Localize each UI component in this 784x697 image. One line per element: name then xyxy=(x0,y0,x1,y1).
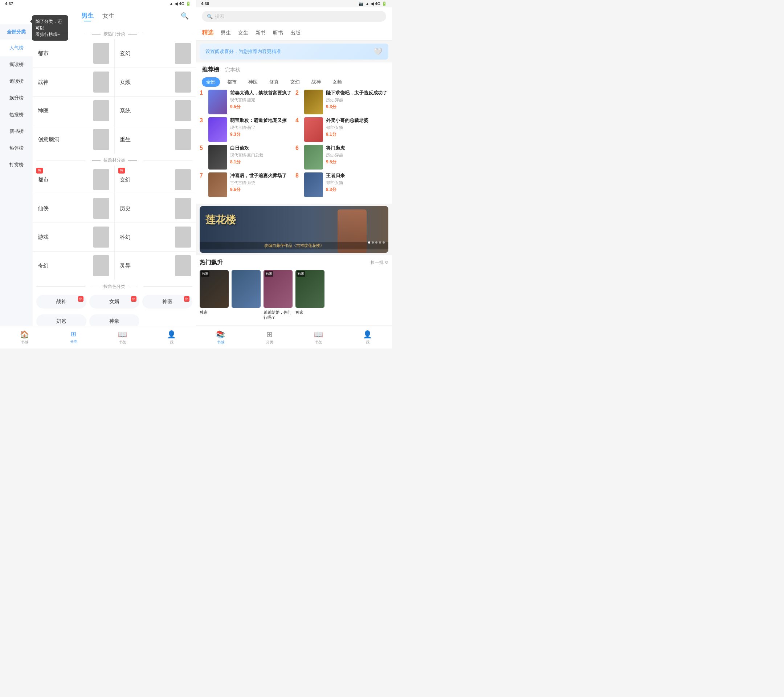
filter-all[interactable]: 全部 xyxy=(202,77,220,87)
sidebar-item-renqi[interactable]: 人气榜 xyxy=(0,40,33,56)
theme-horror[interactable]: 灵异 xyxy=(115,252,196,280)
rank-8-cover xyxy=(304,173,323,197)
theme-game[interactable]: 游戏 xyxy=(33,223,114,251)
rank-6-score: 9.5分 xyxy=(326,159,389,165)
rank-item-5[interactable]: 5 白日偷欢 现代言情·豪门总裁 8.1分 xyxy=(199,145,293,170)
theme-xianxia[interactable]: 仙侠 xyxy=(33,194,114,222)
cat-urban[interactable]: 都市 xyxy=(33,39,114,68)
left-body: 全部分类 除了分类，还可以看排行榜哦~ 人气榜 疯读榜 追读榜 飙升榜 热搜榜 … xyxy=(0,24,196,326)
hot-book-3-title: 弟弟结婚，你们行吗？ xyxy=(264,310,293,320)
hot-book-2[interactable] xyxy=(232,270,260,320)
tab-male[interactable]: 男生 xyxy=(81,12,94,20)
cat-xitong-thumb xyxy=(175,100,191,121)
char-shenyi[interactable]: 热 神医 xyxy=(142,295,193,308)
cat-chongsheng-thumb xyxy=(175,129,191,150)
tab-female[interactable]: 女生 xyxy=(238,29,248,37)
theme-xuan[interactable]: 热 玄幻 xyxy=(115,166,196,194)
rank-item-4[interactable]: 4 外卖小哥的总裁老婆 都市·女频 9.1分 xyxy=(295,117,389,142)
promo-banner[interactable]: 莲花楼 改编自藤萍作品《吉祥纹莲花楼》 xyxy=(199,206,389,253)
cat-xitong[interactable]: 系统 xyxy=(115,97,196,125)
left-header: 男生 女生 🔍 xyxy=(0,7,196,24)
theme-urban[interactable]: 热 都市 xyxy=(33,166,114,194)
hot-book-1[interactable]: 独家 独家 xyxy=(199,270,229,320)
rank-4-info: 外卖小哥的总裁老婆 都市·女频 9.1分 xyxy=(326,117,389,138)
sidebar-item-biaosheng[interactable]: 飙升榜 xyxy=(0,90,33,106)
left-nav-shujia[interactable]: 📖 书架 xyxy=(98,328,147,346)
left-nav-fenlei[interactable]: ⊞ 分类 xyxy=(49,328,98,346)
rank-7-cover xyxy=(208,173,227,197)
right-nav-fenlei[interactable]: ⊞ 分类 xyxy=(245,328,294,346)
right-status-icons: 📷 ▲ ◀ 4G 🔋 xyxy=(359,2,387,6)
tab-newbook[interactable]: 新书 xyxy=(255,29,266,37)
filter-shenyi[interactable]: 神医 xyxy=(244,77,262,87)
rank-3-cover xyxy=(208,117,227,142)
sidebar-item-resou[interactable]: 热搜榜 xyxy=(0,106,33,123)
rank-item-7[interactable]: 7 冲喜后，世子追妻火葬场了 古代言情·系统 9.6分 xyxy=(199,173,293,197)
right-tabs: 精选 男生 女生 新书 听书 出版 xyxy=(196,25,392,41)
right-nav-shujia[interactable]: 📖 书架 xyxy=(294,328,343,346)
rank-7-meta: 古代言情·系统 xyxy=(230,180,293,186)
sidebar-item-dashang[interactable]: 打赏榜 xyxy=(0,157,33,173)
sidebar-item-repingP[interactable]: 热评榜 xyxy=(0,140,33,157)
cat-urban-thumb xyxy=(93,43,109,64)
filter-xuan[interactable]: 玄幻 xyxy=(286,77,304,87)
char-shenhao[interactable]: 神豪 xyxy=(89,315,139,326)
filter-xiuzhen[interactable]: 修真 xyxy=(265,77,283,87)
left-nav-me[interactable]: 👤 我 xyxy=(147,328,196,346)
cat-zhanshen[interactable]: 战神 xyxy=(33,68,114,96)
cat-shenyi[interactable]: 神医 xyxy=(33,97,114,125)
rank-item-1[interactable]: 1 前妻太诱人，禁欲首富要疯了 现代言情·甜宠 9.5分 xyxy=(199,90,293,114)
sidebar-item-fendu[interactable]: 疯读榜 xyxy=(0,56,33,73)
right-nav-shucheng[interactable]: 📚 书城 xyxy=(196,328,245,346)
left-nav-fenlei-label: 分类 xyxy=(70,339,77,344)
sidebar-item-zhuidu[interactable]: 追读榜 xyxy=(0,73,33,90)
right-nav-shelf-icon: 📖 xyxy=(314,330,323,339)
tab-publish[interactable]: 出版 xyxy=(290,29,301,37)
left-nav-shucheng[interactable]: 🏠 书城 xyxy=(0,328,49,346)
left-status-bar: 4:37 ▲ ◀ 4G 🔋 xyxy=(0,0,196,7)
pref-heart-icon: 🤍 xyxy=(374,47,382,56)
cat-xuan[interactable]: 玄幻 xyxy=(115,39,196,68)
char-nüxu[interactable]: 热 女婿 xyxy=(89,295,139,308)
cat-nvpin[interactable]: 女频 xyxy=(115,68,196,96)
rank-item-2[interactable]: 2 陛下求饶吧，太子造反成功了 历史·穿越 9.3分 xyxy=(295,90,389,114)
rank-2-score: 9.3分 xyxy=(326,104,389,110)
tab-female[interactable]: 女生 xyxy=(102,12,115,20)
theme-game-thumb xyxy=(93,227,109,247)
theme-category-grid: 热 都市 热 玄幻 仙侠 历史 xyxy=(33,166,196,280)
filter-zhanshen[interactable]: 战神 xyxy=(307,77,325,87)
theme-history[interactable]: 历史 xyxy=(115,194,196,222)
rank-item-3[interactable]: 3 萌宝助攻：霸道爹地宠又撩 现代言情·萌宝 9.3分 xyxy=(199,117,293,142)
tab-audio[interactable]: 听书 xyxy=(273,29,283,37)
sidebar-all[interactable]: 全部分类 xyxy=(0,24,33,40)
sidebar-tooltip: 除了分类，还可以看排行榜哦~ xyxy=(32,24,33,41)
ranking-row-1: 1 前妻太诱人，禁欲首富要疯了 现代言情·甜宠 9.5分 2 xyxy=(199,90,389,114)
rank-item-6[interactable]: 6 将门枭虎 历史·穿越 9.5分 xyxy=(295,145,389,170)
right-nav-me[interactable]: 👤 我 xyxy=(343,328,392,346)
sidebar-item-xinshu[interactable]: 新书榜 xyxy=(0,123,33,140)
hot-book-3[interactable]: 独家 弟弟结婚，你们行吗？ xyxy=(264,270,293,320)
theme-scifi[interactable]: 科幻 xyxy=(115,223,196,251)
filter-nvpin[interactable]: 女频 xyxy=(328,77,346,87)
cat-nvpin-thumb xyxy=(175,71,191,92)
hot-book-4[interactable]: 独家 独家 xyxy=(295,270,324,320)
pref-banner[interactable]: 设置阅读喜好，为您推荐内容更精准 🤍 xyxy=(199,44,389,59)
ranking-subtitle[interactable]: 完本榜 xyxy=(225,67,240,73)
char-row-2: 奶爸 神豪 xyxy=(33,311,196,326)
exclusive-badge-4: 独家 xyxy=(296,271,305,277)
search-icon[interactable]: 🔍 xyxy=(181,12,189,20)
char-naiba[interactable]: 奶爸 xyxy=(36,315,86,326)
filter-urban[interactable]: 都市 xyxy=(223,77,241,87)
hot-book-1-cover: 独家 xyxy=(199,270,229,308)
search-bar[interactable]: 🔍 搜索 xyxy=(202,11,386,22)
tab-jingxuan[interactable]: 精选 xyxy=(202,28,213,37)
tab-male[interactable]: 男生 xyxy=(221,29,231,37)
cat-chuangyi[interactable]: 创意脑洞 xyxy=(33,125,114,153)
hot-rising-more[interactable]: 换一批 ↻ xyxy=(371,260,389,266)
theme-xuan-hot-badge: 热 xyxy=(118,168,125,173)
theme-fantasy[interactable]: 奇幻 xyxy=(33,252,114,280)
cat-chongsheng[interactable]: 重生 xyxy=(115,125,196,153)
theme-xianxia-thumb xyxy=(93,198,109,219)
char-zhanshen[interactable]: 热 战神 xyxy=(36,295,86,308)
rank-item-8[interactable]: 8 王者归来 都市·女频 8.3分 xyxy=(295,173,389,197)
